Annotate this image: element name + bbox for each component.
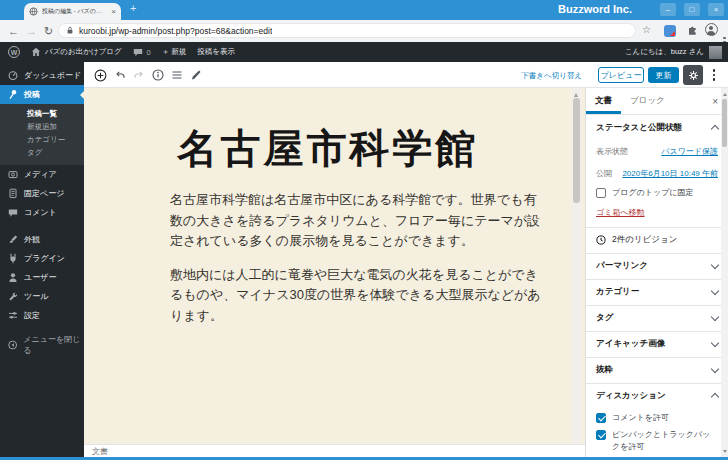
- settings-tabs: 文書 ブロック ×: [586, 88, 728, 115]
- inserter-icon[interactable]: [94, 69, 107, 82]
- pages-icon: [8, 188, 18, 199]
- minimize-button[interactable]: –: [660, 3, 676, 16]
- publish-row: 公開 2020年6月10日 10:49 午前: [586, 162, 728, 184]
- scrollbar-thumb[interactable]: [573, 98, 580, 203]
- sidebar-item-posts[interactable]: 投稿: [0, 85, 84, 104]
- url-input[interactable]: kuroobi.jp/wp-admin/post.php?post=68&act…: [58, 23, 636, 38]
- paragraph-block[interactable]: 敷地内には人工的に竜巻や巨大な電気の火花を見ることができるものや、マイナス30度…: [170, 265, 548, 327]
- pencil-icon[interactable]: [189, 69, 202, 82]
- discussion-panel: ディスカッション コメントを許可 ピンバックとトラックバックを許可: [586, 384, 728, 460]
- revisions-button[interactable]: 2件のリビジョン: [586, 228, 728, 253]
- settings-gear-button[interactable]: [683, 65, 703, 85]
- puzzle-icon[interactable]: [687, 25, 698, 36]
- wp-admin-bar: W バズのお出かけブログ 0 ＋ 新規 投稿を表示 こんにちは、buzz さん: [0, 42, 728, 62]
- submenu-all-posts[interactable]: 投稿一覧: [0, 107, 84, 120]
- sidebar-item-comments[interactable]: コメント: [0, 203, 84, 222]
- tags-panel-header[interactable]: タグ: [586, 306, 728, 331]
- panel-scrollbar: [721, 88, 728, 458]
- user-avatar[interactable]: [709, 46, 722, 59]
- window-controls: – □ ×: [660, 3, 724, 16]
- plugin-icon: [8, 253, 18, 264]
- browser-menu-kebab-icon[interactable]: [723, 25, 726, 43]
- update-button[interactable]: 更新: [648, 67, 679, 83]
- admin-bar-greeting[interactable]: こんにちは、buzz さん: [625, 47, 704, 57]
- excerpt-panel-header[interactable]: 抜粋: [586, 358, 728, 383]
- scrollbar-thumb[interactable]: [722, 99, 727, 147]
- profile-icon[interactable]: [705, 23, 718, 36]
- sidebar-item-tools[interactable]: ツール: [0, 287, 84, 306]
- permalink-panel-header[interactable]: パーマリンク: [586, 254, 728, 279]
- document-settings-panel: 文書 ブロック × ステータスと公開状態 表示状態 パスワード保護 公開 202…: [585, 88, 728, 458]
- chevron-down-icon: [711, 261, 719, 269]
- publish-date-link[interactable]: 2020年6月10日 10:49 午前: [622, 168, 718, 179]
- sidebar-item-dashboard[interactable]: ダッシュボード: [0, 66, 84, 85]
- chevron-down-icon: [711, 313, 719, 321]
- sidebar-collapse-menu[interactable]: メニューを閉じる: [0, 335, 84, 354]
- new-tab-button[interactable]: +: [130, 2, 136, 14]
- settings-icon: [8, 310, 18, 321]
- sidebar-item-settings[interactable]: 設定: [0, 306, 84, 325]
- scroll-down-arrow-icon[interactable]: [723, 450, 727, 455]
- chevron-up-icon: [711, 393, 719, 401]
- star-icon[interactable]: ☆: [642, 24, 651, 35]
- allow-pingbacks-label: ピンバックとトラックバックを許可: [612, 429, 718, 452]
- scroll-up-arrow-icon[interactable]: [723, 91, 727, 96]
- submenu-add-new[interactable]: 新規追加: [0, 120, 84, 133]
- gear-icon: [688, 70, 699, 81]
- switch-to-draft-link[interactable]: 下書きへ切り替え: [521, 71, 582, 81]
- undo-icon[interactable]: [113, 69, 126, 82]
- chevron-down-icon: [711, 287, 719, 295]
- admin-bar-new-post[interactable]: ＋ 新規: [162, 47, 187, 57]
- visibility-value-link[interactable]: パスワード保護: [661, 146, 718, 157]
- browser-tab[interactable]: 投稿の編集 - バズのお出かけブログ - ×: [24, 3, 121, 20]
- post-title[interactable]: 名古屋市科学館: [84, 121, 572, 176]
- move-to-trash-link[interactable]: ゴミ箱へ移動: [596, 208, 645, 217]
- blue-extension-icon[interactable]: [664, 25, 676, 37]
- breadcrumb[interactable]: 文書: [92, 447, 108, 456]
- sidebar-item-users[interactable]: ユーザー: [0, 268, 84, 287]
- more-options-kebab-icon[interactable]: [713, 69, 716, 83]
- tab-title: 投稿の編集 - バズのお出かけブログ -: [42, 7, 107, 16]
- back-icon[interactable]: ←: [8, 24, 19, 38]
- allow-pingbacks-checkbox[interactable]: [596, 430, 606, 440]
- admin-bar-view-post[interactable]: 投稿を表示: [197, 47, 235, 57]
- forward-icon[interactable]: →: [26, 24, 37, 38]
- close-button[interactable]: ×: [708, 3, 724, 16]
- allow-comments-row: コメントを許可: [586, 409, 728, 427]
- list-view-icon[interactable]: [170, 69, 183, 82]
- wp-admin-menu: ダッシュボード 投稿 投稿一覧 新規追加 カテゴリー タグ メディア 固定ページ…: [0, 62, 84, 458]
- scroll-up-arrow-icon[interactable]: [574, 91, 578, 97]
- submenu-categories[interactable]: カテゴリー: [0, 133, 84, 146]
- paragraph-block[interactable]: 名古屋市科学館は名古屋市中区にある科学館です。世界でも有数の大きさを誇るプラネタ…: [170, 190, 548, 252]
- sidebar-item-appearance[interactable]: 外観: [0, 230, 84, 249]
- status-panel-header[interactable]: ステータスと公開状態: [586, 115, 728, 140]
- submenu-tags[interactable]: タグ: [0, 146, 84, 159]
- post-body: 名古屋市科学館は名古屋市中区にある科学館です。世界でも有数の大きさを誇るプラネタ…: [170, 190, 548, 339]
- info-icon[interactable]: [151, 69, 164, 82]
- sidebar-item-pages[interactable]: 固定ページ: [0, 184, 84, 203]
- sticky-checkbox[interactable]: [596, 188, 606, 198]
- globe-favicon-icon: [29, 7, 38, 16]
- tab-block[interactable]: ブロック: [621, 88, 674, 114]
- sidebar-item-media[interactable]: メディア: [0, 165, 84, 184]
- tools-icon: [8, 291, 18, 302]
- allow-comments-checkbox[interactable]: [596, 413, 606, 423]
- dashboard-icon: [8, 70, 18, 81]
- admin-bar-site-link[interactable]: バズのお出かけブログ: [31, 47, 122, 57]
- featured-image-panel-header[interactable]: アイキャッチ画像: [586, 332, 728, 357]
- maximize-button[interactable]: □: [684, 3, 700, 16]
- permalink-panel: パーマリンク: [586, 254, 728, 280]
- redo-icon[interactable]: [132, 69, 145, 82]
- reload-icon[interactable]: ↻: [44, 24, 53, 38]
- sticky-label: ブログのトップに固定: [612, 187, 694, 199]
- preview-button[interactable]: プレビュー: [598, 67, 644, 83]
- admin-bar-comments[interactable]: 0: [133, 48, 151, 57]
- sidebar-item-plugins[interactable]: プラグイン: [0, 249, 84, 268]
- tab-document[interactable]: 文書: [586, 88, 621, 114]
- categories-panel-header[interactable]: カテゴリー: [586, 280, 728, 305]
- wordpress-logo-icon[interactable]: W: [8, 46, 20, 58]
- comment-icon: [133, 48, 143, 57]
- tab-close-icon[interactable]: ×: [111, 8, 116, 16]
- content-scrollbar: [572, 88, 581, 444]
- discussion-panel-header[interactable]: ディスカッション: [586, 384, 728, 409]
